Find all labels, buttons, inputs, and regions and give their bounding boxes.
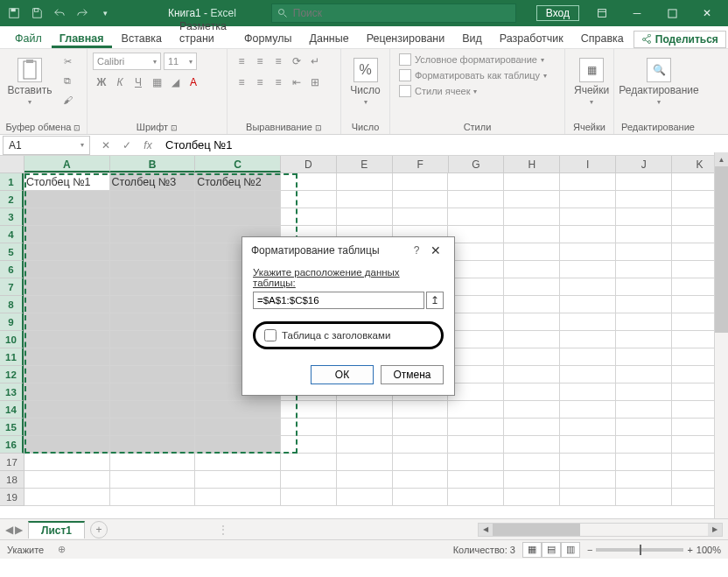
row-header-2[interactable]: 2 [0, 191, 24, 208]
cell[interactable] [504, 401, 560, 419]
cell[interactable] [504, 383, 560, 401]
cell[interactable] [195, 471, 281, 489]
tab-page-layout[interactable]: Разметка страни [172, 17, 234, 48]
cell[interactable] [616, 489, 672, 506]
cell[interactable] [393, 401, 449, 419]
row-header-3[interactable]: 3 [0, 208, 24, 226]
row-header-16[interactable]: 16 [0, 436, 24, 454]
row-header-6[interactable]: 6 [0, 261, 24, 278]
tab-split-icon[interactable]: ⋮ [218, 524, 228, 536]
cell[interactable] [504, 296, 560, 313]
view-page-layout-icon[interactable]: ▤ [542, 542, 561, 558]
cell[interactable] [504, 208, 560, 226]
cell[interactable] [560, 436, 616, 454]
cell-styles-button[interactable]: Стили ячеек ▾ [396, 84, 550, 98]
cell[interactable] [448, 454, 504, 471]
align-mid-icon[interactable]: ≡ [251, 53, 269, 70]
cell[interactable] [24, 208, 110, 226]
cell[interactable] [616, 208, 672, 226]
cell[interactable] [616, 419, 672, 436]
cell[interactable] [560, 296, 616, 313]
zoom-in-icon[interactable]: + [687, 545, 692, 555]
add-sheet-button[interactable]: + [90, 521, 108, 538]
cell[interactable] [24, 313, 110, 331]
cell[interactable] [448, 331, 504, 348]
cell[interactable] [110, 471, 196, 489]
cell[interactable] [24, 436, 110, 454]
cell[interactable] [560, 366, 616, 383]
minimize-icon[interactable]: ─ [620, 0, 654, 26]
row-header-4[interactable]: 4 [0, 226, 24, 243]
cell[interactable] [337, 173, 393, 191]
name-box[interactable]: A1▾ [3, 136, 90, 155]
cell[interactable] [24, 331, 110, 348]
cell[interactable] [560, 454, 616, 471]
col-header-F[interactable]: F [393, 156, 449, 172]
col-header-G[interactable]: G [449, 156, 505, 172]
cell[interactable] [616, 191, 672, 208]
cell[interactable] [504, 489, 560, 506]
copy-icon[interactable]: ⧉ [58, 72, 77, 89]
cell[interactable] [560, 278, 616, 296]
cell[interactable] [560, 401, 616, 419]
row-header-18[interactable]: 18 [0, 471, 24, 489]
fx-icon[interactable]: fx [137, 136, 158, 155]
cell[interactable] [448, 419, 504, 436]
tab-developer[interactable]: Разработчик [492, 29, 571, 48]
headers-checkbox[interactable] [264, 329, 276, 341]
indent-dec-icon[interactable]: ⇤ [288, 74, 305, 91]
cell[interactable] [448, 296, 504, 313]
select-all-corner[interactable] [0, 156, 24, 173]
row-header-17[interactable]: 17 [0, 454, 24, 471]
row-header-12[interactable]: 12 [0, 366, 24, 383]
cut-icon[interactable]: ✂ [58, 53, 77, 70]
cell[interactable] [110, 278, 196, 296]
font-size-select[interactable]: 11▾ [164, 53, 197, 70]
cell[interactable] [110, 261, 196, 278]
accessibility-icon[interactable]: ⊕ [58, 544, 66, 555]
cell[interactable] [504, 313, 560, 331]
cell[interactable] [616, 226, 672, 243]
paste-button[interactable]: Вставить ▾ [5, 53, 54, 110]
cell[interactable] [504, 226, 560, 243]
cell[interactable] [616, 454, 672, 471]
tab-formulas[interactable]: Формулы [236, 29, 299, 48]
italic-button[interactable]: К [111, 74, 129, 91]
underline-button[interactable]: Ч [130, 74, 147, 91]
horizontal-scrollbar[interactable]: ◀ ▶ [478, 523, 723, 537]
tab-view[interactable]: Вид [454, 29, 490, 48]
cell[interactable] [504, 261, 560, 278]
view-page-break-icon[interactable]: ▥ [561, 542, 580, 558]
cell[interactable] [24, 296, 110, 313]
login-button[interactable]: Вход [536, 5, 579, 21]
close-icon[interactable]: ✕ [690, 0, 724, 26]
align-center-icon[interactable]: ≡ [251, 74, 269, 91]
cells-button[interactable]: ▦Ячейки▾ [570, 53, 612, 110]
cell[interactable] [24, 419, 110, 436]
col-header-J[interactable]: J [616, 156, 672, 172]
cell[interactable] [560, 489, 616, 506]
scroll-right-icon[interactable]: ▶ [708, 524, 722, 536]
tab-help[interactable]: Справка [573, 29, 632, 48]
save-icon[interactable] [26, 3, 47, 24]
scroll-up-icon[interactable]: ▲ [715, 152, 728, 166]
cell[interactable] [504, 366, 560, 383]
cell[interactable] [504, 419, 560, 436]
cell[interactable] [393, 471, 449, 489]
cell[interactable] [448, 208, 504, 226]
cell[interactable] [560, 419, 616, 436]
formula-input[interactable] [158, 138, 728, 151]
autosave-icon[interactable] [4, 3, 24, 24]
scroll-thumb[interactable] [715, 166, 728, 333]
format-painter-icon[interactable]: 🖌 [58, 91, 77, 109]
number-format-button[interactable]: % Число ▾ [346, 53, 384, 110]
cell[interactable] [195, 419, 281, 436]
cell[interactable] [24, 366, 110, 383]
align-top-icon[interactable]: ≡ [233, 53, 250, 70]
cell[interactable] [504, 348, 560, 366]
dialog-help-icon[interactable]: ? [407, 244, 426, 257]
cell[interactable] [448, 226, 504, 243]
cell[interactable] [504, 436, 560, 454]
cell[interactable] [110, 226, 196, 243]
search-input[interactable] [293, 7, 510, 19]
